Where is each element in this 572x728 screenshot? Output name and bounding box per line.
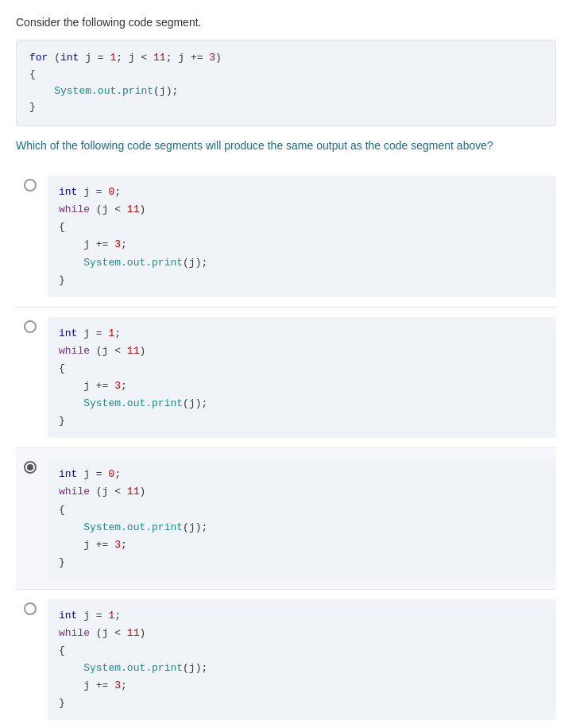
option-a-code: int j = 0; while (j < 11) { j += 3; Syst… [48, 176, 556, 297]
radio-c[interactable] [24, 461, 37, 476]
option-c-code: int j = 0; while (j < 11) { System.out.p… [48, 458, 556, 579]
which-text: Which of the following code segments wil… [16, 139, 556, 152]
option-b-code: int j = 1; while (j < 11) { j += 3; Syst… [48, 317, 556, 439]
option-c[interactable]: int j = 0; while (j < 11) { System.out.p… [16, 448, 556, 590]
radio-button-c[interactable] [24, 461, 37, 474]
radio-button-d[interactable] [24, 602, 37, 615]
radio-a[interactable] [24, 179, 37, 194]
option-d-code: int j = 1; while (j < 11) { System.out.p… [48, 599, 556, 721]
radio-button-a[interactable] [24, 179, 37, 192]
option-b[interactable]: int j = 1; while (j < 11) { j += 3; Syst… [16, 308, 556, 449]
radio-b[interactable] [24, 320, 37, 335]
option-a[interactable]: int j = 0; while (j < 11) { j += 3; Syst… [16, 166, 556, 308]
radio-d[interactable] [24, 602, 37, 618]
main-code-block: for (int j = 1; j < 11; j += 3) { System… [16, 40, 556, 126]
question-text: Consider the following code segment. [16, 16, 556, 29]
radio-button-b[interactable] [24, 320, 37, 333]
option-d[interactable]: int j = 1; while (j < 11) { System.out.p… [16, 590, 556, 728]
